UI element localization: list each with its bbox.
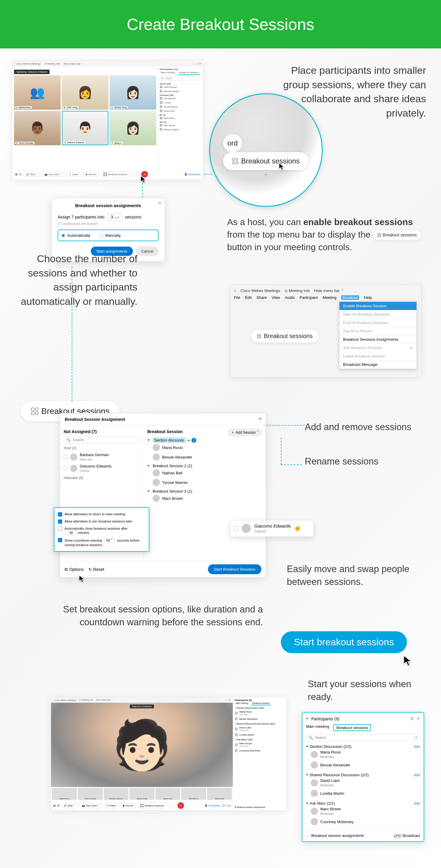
page-banner: Create Breakout Sessions	[0, 0, 441, 49]
caption-choose: Choose the number of sessions and whethe…	[9, 252, 137, 308]
tab-breakout-sessions[interactable]: Breakout sessions	[334, 724, 371, 731]
breakout-pill-inline: Breakout sessions	[373, 230, 421, 240]
join-link[interactable]: Join	[413, 773, 420, 777]
reset-button[interactable]: ↻ Reset	[89, 567, 104, 572]
caption-addremove: Add and remove sessions	[305, 421, 415, 433]
connector	[281, 438, 281, 464]
participant-row[interactable]: Marc BrownModerator	[306, 806, 420, 817]
more-button[interactable]: ⋯	[132, 172, 139, 177]
checkbox[interactable]: ✓	[58, 512, 62, 517]
auto-radio[interactable]: Automatically	[61, 233, 90, 238]
stop-video-button[interactable]: 📷 Stop video ˅	[42, 172, 65, 177]
options-button[interactable]: ⚙ Options	[64, 567, 84, 572]
close-icon[interactable]: ✕	[416, 716, 420, 721]
grab-icon: ✊	[294, 526, 301, 531]
meeting-screenshot-2: ○ Cisco Webex Meetings ⊙ Meeting Info Sh…	[51, 697, 287, 811]
drag-participant-card[interactable]: Giacomo EdwardsCohost ✊	[230, 520, 314, 537]
speaking-badge: Speaking: Giacomo Edwards	[14, 70, 50, 74]
caption-enable: As a host, you can enable breakout sessi…	[227, 216, 421, 253]
cursor-icon	[403, 655, 413, 666]
cancel-button[interactable]: Cancel	[136, 247, 159, 256]
video-tile[interactable]: 👩🏻C. Brenda Song	[109, 75, 156, 110]
breakout-heading: Breakout Session	[147, 429, 183, 434]
checkbox[interactable]: ✓	[58, 538, 62, 542]
session-group[interactable]: Breakout Session 3 (1) Marc Brown	[147, 489, 262, 503]
assignments-link[interactable]: Breakout session assignments	[306, 833, 364, 838]
participant-row[interactable]: Barbara GermanHost, me	[64, 451, 140, 463]
video-tile[interactable]: 👩B. GWP Living	[62, 75, 108, 110]
connector	[266, 425, 305, 426]
checkbox[interactable]: ✓	[58, 520, 62, 524]
breakout-button[interactable]: Breakout sessions	[101, 171, 130, 177]
assignment-mode-group: Automatically Manually	[58, 229, 159, 241]
close-icon[interactable]: ✕	[258, 416, 262, 421]
app-name: ○ Cisco Webex Meetings	[14, 62, 41, 65]
caption-rename: Rename sessions	[305, 455, 382, 468]
cursor-icon	[140, 176, 147, 184]
join-link[interactable]: Join	[413, 801, 420, 806]
panel-title: Breakout Session Assignment	[65, 417, 125, 422]
session-group[interactable]: Section discussio●2 Maria RossiBessie Al…	[147, 438, 262, 462]
caption-start: Start your sessions when ready.	[308, 678, 427, 704]
participant-row[interactable]: Giacomo EdwardsCohost	[64, 463, 140, 474]
grid-icon	[232, 158, 238, 164]
zoom-circle: ord Breakout sessions •	[209, 93, 323, 207]
session-rename-input[interactable]: Section discussio	[153, 438, 186, 443]
broadcast-link[interactable]: ((•)) Broadcast	[395, 833, 420, 838]
seconds-input[interactable]: 60 ˅	[104, 538, 115, 543]
participants-toggle[interactable]: 👤 Participants	[184, 173, 200, 176]
menu-item-enable[interactable]: Enable Breakout Session	[339, 302, 416, 310]
meeting-info[interactable]: ⊙ Meeting Info	[44, 62, 60, 65]
participant-row[interactable]: Loretta Martin	[306, 788, 420, 798]
join-link[interactable]: Join	[413, 745, 420, 749]
start-breakout-big-button[interactable]: Start breakout sessions	[281, 631, 407, 653]
hint-text: 1-2 participants per session	[58, 222, 159, 225]
video-tile[interactable]: 👩🏻F. Qiang Li	[109, 111, 156, 145]
participant-row[interactable]: Maria RossiModerator	[306, 749, 420, 760]
close-icon[interactable]: ✕	[158, 200, 162, 205]
popout-icon[interactable]: ⧉	[411, 716, 413, 721]
add-session-button[interactable]: ＋ Add Session ˅	[228, 429, 262, 436]
participant-row[interactable]: David LiamModerator	[306, 777, 420, 788]
dialog-title: Breakout session assignments	[58, 203, 159, 208]
menu-toggle[interactable]: Show menu bar ⌃	[64, 62, 83, 65]
participants-popup: Participants (9)⧉✕ Main meetingBreakout …	[302, 712, 424, 842]
video-tile[interactable]: 👨🏾D. Simon Khumalo	[14, 111, 61, 145]
popup-title: Participants (9)	[311, 716, 339, 721]
video-tile[interactable]: 👨🏻E. Giacomo Edwards	[62, 111, 108, 145]
cursor-icon	[79, 575, 86, 583]
assignment-panel: Breakout Session Assignment✕ Not Assigne…	[60, 413, 266, 578]
menubar-screenshot: ○Cisco Webex Meetings⊙ Meeting InfoHide …	[230, 284, 421, 377]
caption-options: Set breakout session options, like durat…	[24, 603, 263, 629]
session-count-input[interactable]: 3 ▲▼	[108, 213, 123, 221]
meeting-screenshot-1: ○ Cisco Webex Meetings ⊙ Meeting Info Sh…	[12, 60, 203, 180]
grid-icon	[103, 173, 107, 176]
search-input[interactable]: 🔍 Search↓≡	[306, 734, 420, 741]
record-button[interactable]: ◉ Record	[83, 172, 99, 177]
record-pill[interactable]: ord	[223, 134, 242, 152]
participants-sidebar: Participants (11) Main meetingBreakout s…	[158, 67, 203, 169]
breakout-pill[interactable]: Breakout sessions	[223, 152, 309, 170]
video-tile[interactable]: 👥A. Bartholomew	[14, 75, 61, 110]
active-speaker-video: Giacomo Edwards 🧑🏻	[51, 703, 233, 787]
video-grid: 👥A. Bartholomew 👩B. GWP Living 👩🏻C. Bren…	[14, 75, 156, 145]
breakout-pill[interactable]: Breakout sessions	[251, 330, 318, 343]
connector	[281, 464, 302, 465]
start-breakout-button[interactable]: Start Breakout Sessions	[208, 564, 261, 574]
breakout-menu-dropdown[interactable]: Enable Breakout Session Start All Breako…	[339, 302, 417, 369]
search-input[interactable]: 🔍 Search	[64, 436, 140, 443]
participant-row[interactable]: Courtney Mckinney	[306, 817, 420, 827]
mute-button[interactable]: 🎤 Mute ˅	[23, 172, 40, 177]
session-group[interactable]: Breakout Session 2 (2) Nathan BellTyrone…	[147, 464, 262, 487]
minutes-input[interactable]: 30	[66, 530, 76, 535]
tab-main-meeting[interactable]: Main meeting	[306, 724, 329, 731]
menu-bar[interactable]: FileEditShareViewAudioParticipantMeeting…	[233, 294, 418, 301]
thumbnail-strip[interactable]: Maria Rossi Arthur Russell Brandon Sawye…	[51, 787, 233, 801]
not-assigned-heading: Not Assigned (7)	[64, 429, 140, 434]
participant-row[interactable]: Bessie Alexander	[306, 760, 420, 770]
share-button[interactable]: ↥ Share	[66, 172, 81, 177]
options-popup: ✓Allow attendees to return to main meeti…	[54, 507, 149, 552]
manual-radio[interactable]: Manually	[99, 233, 121, 238]
checkbox[interactable]	[58, 527, 62, 531]
caption-moveswap: Easily move and swap people between sess…	[287, 562, 421, 589]
